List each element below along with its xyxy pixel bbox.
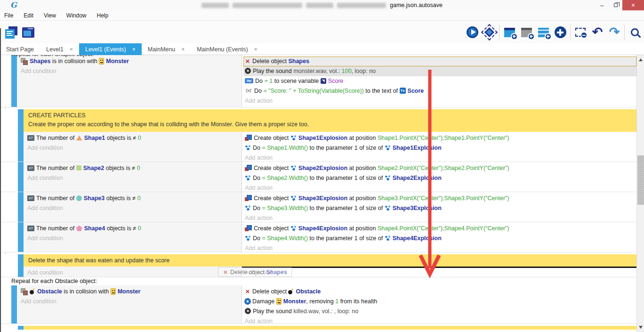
redo-button[interactable]: ↷ (606, 23, 623, 42)
minimize-button[interactable]: – (595, 0, 609, 10)
text-segment: from its health (338, 298, 377, 305)
restore-icon (614, 3, 618, 7)
menu-item-window[interactable]: Window (61, 10, 92, 21)
add-condition-button[interactable]: Add condition (24, 268, 242, 277)
action-line[interactable]: ×Delete object Obstacle (243, 287, 636, 297)
actions-column: Create object Shape3Explosion at positio… (243, 192, 636, 222)
condition-line[interactable]: x?The number of Shape4 objects is ≠ 0 (24, 224, 242, 234)
object-name: Shape4Explosion (393, 235, 442, 242)
action-line[interactable]: Create object Shape1Explosion at positio… (243, 133, 636, 143)
add-comment-icon (538, 28, 549, 37)
add-condition-button[interactable]: Add condition (17, 66, 242, 76)
tab-level1[interactable]: Level1× (40, 43, 79, 55)
action-line[interactable]: Do = Shape2.Width() to the parameter 1 o… (243, 173, 636, 183)
parameter-value: monster.wav, vol.: (293, 68, 342, 74)
object-name: Shape4 (84, 225, 105, 232)
action-line[interactable]: txtDo = "Score: " + ToString(Variable(Sc… (243, 86, 636, 96)
text-segment: Delete object (252, 58, 288, 65)
add-event-button[interactable] (501, 23, 518, 42)
menu-item-file[interactable]: File (0, 10, 18, 21)
tab-mainmenu[interactable]: MainMenu× (142, 43, 191, 55)
action-line[interactable]: Do = Shape3.Width() to the parameter 1 o… (243, 203, 636, 213)
tab-level1-events-[interactable]: Level1 (Events)× (79, 43, 142, 55)
add-action-button[interactable]: Add action (243, 183, 636, 192)
tab-start-page[interactable]: Start Page (0, 43, 40, 55)
undo-button[interactable]: ↶ (589, 23, 606, 42)
add-condition-button[interactable]: Add condition (17, 297, 242, 307)
action-line[interactable]: ×Delete object Shapes (243, 57, 636, 66)
action-line[interactable]: Damage Monster, removing 1 from its heal… (243, 297, 636, 307)
condition-line[interactable]: Obstacle is in collision with Monster (17, 287, 242, 297)
menu-item-help[interactable]: Help (92, 10, 114, 21)
actions-column: ×Delete object ObstacleDamage Monster, r… (243, 285, 636, 324)
vertical-scrollbar (636, 55, 644, 332)
action-line[interactable]: Create object Shape3Explosion at positio… (243, 194, 636, 203)
close-tab-icon[interactable]: × (181, 46, 185, 53)
scrollbar-thumb[interactable] (637, 155, 644, 205)
add-action-button[interactable]: Add action (243, 268, 636, 277)
window-title: game.json.autosave (0, 0, 644, 10)
condition-line[interactable]: x?The number of Shape1 objects is ≠ 0 (24, 133, 242, 143)
particle-icon (290, 165, 297, 171)
debug-button[interactable] (481, 23, 498, 42)
toolbar: ↶↷ (0, 21, 644, 43)
restore-button[interactable] (609, 0, 622, 10)
comment-text[interactable]: CREATE PARTICLESCreate the proper one ac… (24, 109, 636, 132)
comment-row (0, 326, 636, 330)
create-icon (245, 135, 252, 141)
add-action-button[interactable]: Add action (243, 213, 636, 222)
add-condition-button[interactable]: Add condition (24, 173, 242, 183)
tab-mainmenu-events-[interactable]: MainMenu (Events)× (191, 43, 263, 55)
scroll-up-icon[interactable] (639, 58, 643, 61)
condition-line[interactable]: Shapes is in collision with Monster (17, 57, 242, 66)
scene-editor-button[interactable] (20, 23, 37, 42)
collision-icon (21, 58, 28, 65)
menu-item-edit[interactable]: Edit (18, 10, 39, 21)
menu-item-view[interactable]: View (39, 10, 61, 21)
project-manager-button[interactable] (3, 23, 20, 42)
action-line[interactable]: Create object Shape2Explosion at positio… (243, 163, 636, 173)
indent-bar (18, 132, 24, 162)
actions-column: Add action (243, 267, 636, 277)
add-action-button[interactable]: Add action (243, 153, 636, 162)
create-icon (245, 195, 252, 201)
add-action-button[interactable]: Add action (243, 243, 636, 252)
toolbar-right-group: ↶↷ (464, 23, 643, 42)
add-subevent-button[interactable] (518, 23, 535, 42)
add-comment-button[interactable] (535, 23, 552, 42)
delete-selection-button[interactable] (572, 23, 589, 42)
add-condition-button[interactable]: Add condition (24, 143, 242, 153)
text-segment: , removing (306, 298, 335, 305)
action-line[interactable]: Play the sound monster.wav, vol.: 100, l… (243, 66, 636, 76)
search-events-button[interactable] (626, 23, 643, 42)
preview-play-button[interactable] (464, 23, 481, 42)
add-other-event-button[interactable] (552, 23, 569, 42)
condition-line[interactable]: x?The number of Shape2 objects is ≠ 0 (24, 163, 242, 173)
text-segment: Create object (254, 165, 290, 171)
add-action-button[interactable]: Add action (243, 96, 636, 106)
close-tab-icon[interactable]: × (132, 46, 136, 53)
object-name: Shape1 (84, 135, 105, 141)
shape-circle-icon (76, 195, 82, 201)
comment-text[interactable]: Delete the shape that was eaten and upda… (24, 254, 636, 267)
close-button[interactable]: × (622, 0, 644, 10)
action-line[interactable]: Play the sound killed.wav, vol.: , loop:… (243, 307, 636, 316)
comment-line: Delete the shape that was eaten and upda… (28, 256, 632, 265)
add-action-button[interactable]: Add action (243, 316, 636, 324)
close-tab-icon[interactable]: × (254, 46, 258, 53)
particle-icon (385, 205, 391, 211)
action-line[interactable]: Do = Shape4.Width() to the parameter 1 o… (243, 234, 636, 243)
particle-icon (245, 175, 251, 181)
comment-text[interactable] (24, 326, 636, 330)
repeat-event-header-clipped: Repeat for each Shapes object: (11, 55, 94, 57)
close-tab-icon[interactable]: × (70, 46, 73, 53)
action-line[interactable]: VarDo + 1 to scene variable Score (243, 76, 636, 86)
add-condition-button[interactable]: Add condition (24, 234, 242, 243)
action-line[interactable]: Do = Shape1.Width() to the parameter 1 o… (243, 143, 636, 153)
scroll-down-icon[interactable] (639, 326, 643, 329)
particle-icon (290, 225, 297, 231)
action-line[interactable]: Create object Shape4Explosion at positio… (243, 224, 636, 234)
condition-line[interactable]: x?The number of Shape3 objects is ≠ 0 (24, 194, 242, 203)
drag-ghost: ×Delete object Shapes (218, 267, 292, 277)
add-condition-button[interactable]: Add condition (24, 203, 242, 213)
